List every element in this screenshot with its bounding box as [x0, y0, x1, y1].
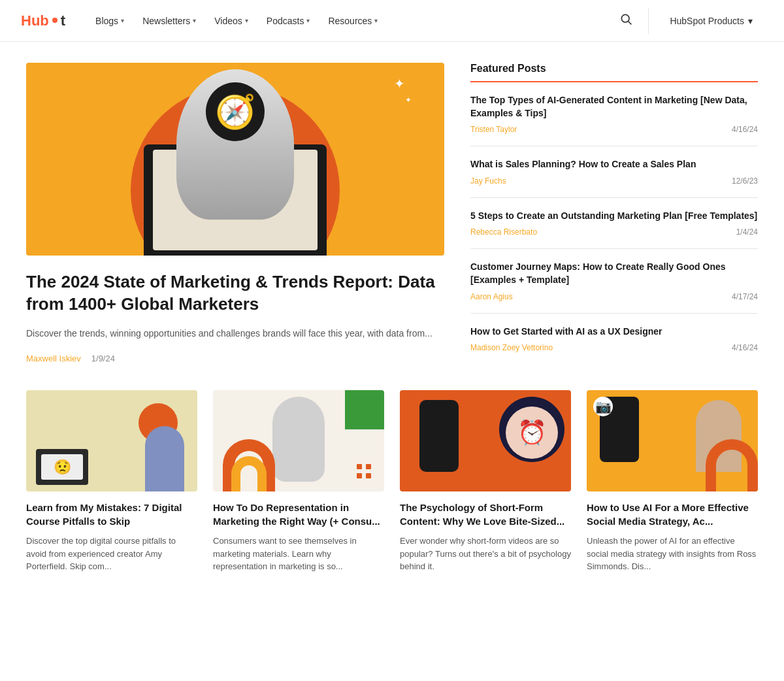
- featured-post-item[interactable]: What is Sales Planning? How to Create a …: [470, 146, 758, 198]
- featured-post-meta: Tristen Taylor 4/16/24: [470, 125, 758, 134]
- featured-post-date: 4/16/24: [732, 343, 758, 352]
- card-instagram-icon: 📷: [593, 397, 613, 416]
- nav-item-resources[interactable]: Resources ▾: [319, 0, 387, 42]
- card-title[interactable]: How to Use AI For a More Effective Socia…: [587, 501, 758, 528]
- hero-post[interactable]: 🧭 ✦ ✦ The 2024 State of Marketing & Tren…: [26, 63, 444, 364]
- card-image-3: ⏰: [400, 390, 571, 491]
- card-excerpt: Ever wonder why short-form videos are so…: [400, 535, 571, 573]
- featured-post-item[interactable]: How to Get Started with AI as a UX Desig…: [470, 314, 758, 365]
- card-dots: [357, 464, 371, 478]
- featured-post-author: Madison Zoey Vettorino: [470, 343, 553, 352]
- card-phone: [419, 400, 459, 472]
- nav-divider: [648, 8, 649, 34]
- card-title[interactable]: How To Do Representation in Marketing th…: [213, 501, 384, 528]
- search-button[interactable]: [614, 7, 638, 34]
- featured-posts-title: Featured Posts: [470, 63, 758, 82]
- nav-item-blogs[interactable]: Blogs ▾: [86, 0, 133, 42]
- featured-post-title[interactable]: Customer Journey Maps: How to Create Rea…: [470, 261, 758, 286]
- navigation: Hubt Blogs ▾ Newsletters ▾ Videos ▾ Podc…: [0, 0, 784, 42]
- card-excerpt: Consumers want to see themselves in mark…: [213, 535, 384, 573]
- card-image-1: 😟: [26, 390, 197, 491]
- featured-post-date: 4/17/24: [732, 292, 758, 301]
- hubspot-products-button[interactable]: HubSpot Products ▾: [659, 16, 763, 26]
- featured-post-date: 1/4/24: [736, 227, 758, 237]
- card-image-4: 📷: [587, 390, 758, 491]
- hero-excerpt: Discover the trends, winning opportuniti…: [26, 326, 444, 340]
- sparkle-small-icon: ✦: [405, 95, 412, 105]
- card-dot: [357, 464, 362, 469]
- card-arch-2: [231, 456, 267, 491]
- sparkle-icon: ✦: [394, 76, 405, 91]
- featured-post-author: Rebecca Riserbato: [470, 227, 537, 237]
- card-laptop: 😟: [36, 449, 88, 485]
- card-title[interactable]: The Psychology of Short-Form Content: Wh…: [400, 501, 571, 528]
- featured-post-date: 4/16/24: [732, 125, 758, 134]
- featured-post-meta: Madison Zoey Vettorino 4/16/24: [470, 343, 758, 352]
- card-dot: [357, 473, 362, 478]
- card-excerpt: Unleash the power of AI for an effective…: [587, 535, 758, 573]
- chevron-down-icon: ▾: [245, 17, 248, 24]
- chevron-down-icon: ▾: [193, 17, 196, 24]
- featured-post-item[interactable]: 5 Steps to Create an Outstanding Marketi…: [470, 198, 758, 250]
- featured-post-item[interactable]: Customer Journey Maps: How to Create Rea…: [470, 249, 758, 313]
- hero-image: 🧭 ✦ ✦: [26, 63, 444, 256]
- card-green-block: [345, 390, 384, 429]
- featured-post-meta: Aaron Agius 4/17/24: [470, 292, 758, 301]
- chevron-down-icon: ▾: [121, 17, 124, 24]
- blog-card[interactable]: 📷 How to Use AI For a More Effective Soc…: [587, 390, 758, 573]
- hubspot-logo[interactable]: Hubt: [21, 12, 65, 29]
- featured-posts-section: Featured Posts The Top Types of AI-Gener…: [470, 63, 758, 364]
- compass-icon: 🧭: [206, 82, 265, 141]
- svg-point-0: [622, 14, 630, 22]
- featured-post-author: Aaron Agius: [470, 292, 513, 301]
- card-person: [272, 397, 325, 482]
- blog-card[interactable]: 😟 Learn from My Mistakes: 7 Digital Cour…: [26, 390, 197, 573]
- card-image-2: [213, 390, 384, 491]
- featured-post-date: 12/6/23: [732, 176, 758, 186]
- featured-post-title[interactable]: How to Get Started with AI as a UX Desig…: [470, 325, 758, 339]
- card-person: [145, 426, 184, 491]
- featured-post-meta: Rebecca Riserbato 1/4/24: [470, 227, 758, 237]
- card-arch: [706, 439, 758, 491]
- chevron-down-icon: ▾: [374, 17, 378, 24]
- hero-date: 1/9/24: [91, 354, 115, 363]
- hero-content: The 2024 State of Marketing & Trends Rep…: [26, 256, 444, 363]
- card-dot: [366, 464, 371, 469]
- hero-author[interactable]: Maxwell Iskiev: [26, 354, 81, 363]
- chevron-down-icon: ▾: [306, 17, 310, 24]
- card-dot: [366, 473, 371, 478]
- featured-post-title[interactable]: What is Sales Planning? How to Create a …: [470, 158, 758, 171]
- hero-title[interactable]: The 2024 State of Marketing & Trends Rep…: [26, 271, 444, 316]
- blog-card[interactable]: How To Do Representation in Marketing th…: [213, 390, 384, 573]
- featured-post-meta: Jay Fuchs 12/6/23: [470, 176, 758, 186]
- featured-post-title[interactable]: The Top Types of AI-Generated Content in…: [470, 94, 758, 120]
- featured-post-title[interactable]: 5 Steps to Create an Outstanding Marketi…: [470, 210, 758, 223]
- svg-line-1: [629, 22, 632, 25]
- card-clock-icon: ⏰: [506, 407, 558, 459]
- card-title[interactable]: Learn from My Mistakes: 7 Digital Course…: [26, 501, 197, 528]
- card-grid: 😟 Learn from My Mistakes: 7 Digital Cour…: [26, 390, 758, 573]
- featured-posts-list: The Top Types of AI-Generated Content in…: [470, 82, 758, 364]
- nav-links: Blogs ▾ Newsletters ▾ Videos ▾ Podcasts …: [86, 0, 614, 42]
- chevron-down-icon: ▾: [748, 16, 753, 26]
- card-face-icon: 😟: [41, 454, 83, 480]
- search-icon: [619, 12, 632, 25]
- nav-item-podcasts[interactable]: Podcasts ▾: [257, 0, 319, 42]
- nav-item-videos[interactable]: Videos ▾: [205, 0, 257, 42]
- hero-meta: Maxwell Iskiev 1/9/24: [26, 354, 444, 363]
- featured-post-author: Tristen Taylor: [470, 125, 517, 134]
- featured-post-item[interactable]: The Top Types of AI-Generated Content in…: [470, 82, 758, 146]
- hero-section: 🧭 ✦ ✦ The 2024 State of Marketing & Tren…: [26, 63, 758, 364]
- card-excerpt: Discover the top digital course pitfalls…: [26, 535, 197, 573]
- logo-text: t: [61, 12, 65, 29]
- blog-card[interactable]: ⏰ The Psychology of Short-Form Content: …: [400, 390, 571, 573]
- main-content: 🧭 ✦ ✦ The 2024 State of Marketing & Tren…: [13, 42, 771, 594]
- featured-post-author: Jay Fuchs: [470, 176, 506, 186]
- hero-hand: 🧭: [176, 69, 294, 220]
- nav-item-newsletters[interactable]: Newsletters ▾: [133, 0, 205, 42]
